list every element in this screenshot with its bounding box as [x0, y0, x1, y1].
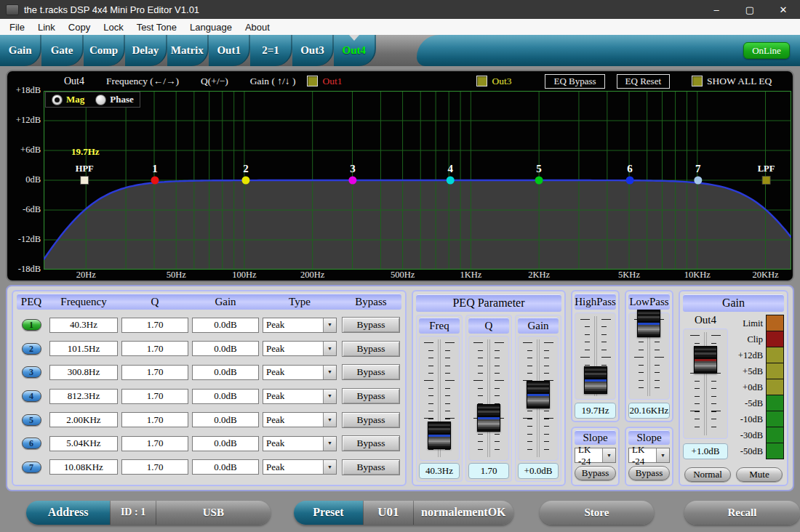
peq-gain-field[interactable]: 0.0dB	[192, 365, 259, 380]
dropdown-arrow-icon[interactable]: ▼	[323, 413, 336, 427]
peq-frequency-field[interactable]: 40.3Hz	[49, 318, 118, 333]
close-button[interactable]: ✕	[767, 0, 800, 19]
slider-handle[interactable]	[637, 310, 660, 337]
peq-q-field[interactable]: 1.70	[121, 412, 188, 427]
tab-matrix[interactable]: Matrix	[167, 35, 209, 66]
lowpass-bypass-button[interactable]: Bypass	[628, 466, 670, 480]
tab-out1[interactable]: Out1	[209, 35, 250, 66]
peq-frequency-field[interactable]: 300.8Hz	[49, 365, 118, 380]
menu-item-language[interactable]: Language	[183, 19, 239, 35]
dropdown-arrow-icon[interactable]: ▼	[323, 366, 336, 379]
peq-frequency-field[interactable]: 2.00KHz	[49, 412, 118, 427]
peq-bypass-button[interactable]: Bypass	[342, 317, 400, 333]
peq-type-select[interactable]: Peak▼	[263, 436, 337, 451]
dropdown-arrow-icon[interactable]: ▼	[323, 437, 336, 451]
peq-bypass-button[interactable]: Bypass	[342, 341, 400, 357]
eq-bypass-button[interactable]: EQ Bypass	[545, 74, 604, 89]
checkbox-icon[interactable]	[692, 76, 703, 86]
peq-gain-field[interactable]: 0.0dB	[192, 459, 259, 475]
dropdown-arrow-icon[interactable]: ▼	[602, 448, 615, 462]
highpass-bypass-button[interactable]: Bypass	[575, 466, 616, 480]
output-gain-slider[interactable]	[683, 329, 728, 439]
peq-type-select[interactable]: Peak▼	[263, 459, 337, 475]
peq-gain-field[interactable]: 0.0dB	[192, 436, 259, 451]
param-slider-area[interactable]	[419, 336, 460, 461]
peq-frequency-field[interactable]: 10.08KHz	[49, 459, 118, 475]
store-button[interactable]: Store	[540, 501, 654, 525]
peq-band-button-1[interactable]: 1	[22, 319, 41, 331]
peq-q-field[interactable]: 1.70	[121, 365, 188, 380]
peq-band-button-5[interactable]: 5	[22, 414, 41, 426]
address-button[interactable]: Address	[26, 501, 110, 525]
show-all-eq-checkbox[interactable]: SHOW ALL EQ	[692, 76, 772, 87]
peq-gain-field[interactable]: 0.0dB	[192, 318, 259, 333]
overlay-out1-checkbox[interactable]: Out1	[307, 76, 342, 87]
peq-bypass-button[interactable]: Bypass	[342, 412, 400, 428]
peq-type-select[interactable]: Peak▼	[263, 341, 337, 356]
peq-bypass-button[interactable]: Bypass	[342, 459, 400, 475]
tab-gate[interactable]: Gate	[41, 35, 83, 66]
gain-value[interactable]: +1.0dB	[683, 443, 728, 459]
peq-band-button-6[interactable]: 6	[22, 438, 41, 449]
checkbox-icon[interactable]	[307, 76, 318, 86]
param-slider-value[interactable]: 1.70	[468, 463, 509, 479]
menu-item-lock[interactable]: Lock	[97, 19, 129, 35]
mode-option-mag[interactable]: Mag	[52, 94, 84, 105]
normal-button[interactable]: Normal	[684, 467, 731, 482]
slider-handle[interactable]	[584, 366, 607, 394]
lowpass-slider[interactable]	[628, 313, 670, 400]
eq-marker-lpf[interactable]	[762, 177, 770, 185]
highpass-slope-select[interactable]: LK -24 ▼	[575, 448, 616, 463]
tab-delay[interactable]: Delay	[125, 35, 167, 66]
peq-gain-field[interactable]: 0.0dB	[192, 389, 259, 404]
peq-type-select[interactable]: Peak▼	[263, 318, 337, 333]
param-slider-area[interactable]	[518, 336, 559, 461]
param-slider-area[interactable]	[468, 336, 509, 461]
highpass-value[interactable]: 19.7Hz	[575, 403, 616, 419]
tab-gain[interactable]: Gain	[0, 35, 41, 66]
menu-item-test-tone[interactable]: Test Tone	[130, 19, 183, 35]
eq-marker-band-5[interactable]	[535, 177, 543, 185]
eq-marker-hpf[interactable]	[81, 177, 89, 185]
peq-bypass-button[interactable]: Bypass	[342, 435, 400, 451]
slider-handle[interactable]	[477, 404, 500, 432]
peq-band-button-7[interactable]: 7	[22, 462, 41, 473]
slider-handle[interactable]	[428, 422, 451, 449]
peq-q-field[interactable]: 1.70	[121, 389, 188, 404]
peq-type-select[interactable]: Peak▼	[263, 412, 337, 427]
param-slider-value[interactable]: +0.0dB	[518, 463, 559, 479]
peq-band-button-4[interactable]: 4	[22, 390, 41, 402]
eq-marker-band-2[interactable]	[241, 177, 249, 185]
highpass-slider[interactable]	[575, 313, 616, 400]
peq-q-field[interactable]: 1.70	[121, 318, 188, 333]
peq-bypass-button[interactable]: Bypass	[342, 388, 400, 404]
peq-type-select[interactable]: Peak▼	[263, 389, 337, 404]
dropdown-arrow-icon[interactable]: ▼	[656, 448, 669, 462]
slider-handle[interactable]	[527, 381, 550, 408]
lowpass-slope-select[interactable]: LK -24 ▼	[628, 448, 670, 463]
peq-band-button-3[interactable]: 3	[22, 366, 41, 378]
peq-q-field[interactable]: 1.70	[121, 459, 188, 475]
menu-item-link[interactable]: Link	[31, 19, 62, 35]
param-slider-value[interactable]: 40.3Hz	[419, 463, 460, 479]
peq-bypass-button[interactable]: Bypass	[342, 364, 400, 380]
peq-band-button-2[interactable]: 2	[22, 343, 41, 355]
checkbox-icon[interactable]	[476, 76, 487, 86]
peq-gain-field[interactable]: 0.0dB	[192, 412, 259, 427]
radio-icon[interactable]	[95, 94, 106, 105]
overlay-out3-checkbox[interactable]: Out3	[476, 76, 511, 87]
slider-handle[interactable]	[694, 346, 717, 374]
mode-option-phase[interactable]: Phase	[95, 94, 134, 105]
tab-2-1[interactable]: 2=1	[250, 35, 292, 66]
peq-frequency-field[interactable]: 101.5Hz	[49, 341, 118, 356]
peq-q-field[interactable]: 1.70	[121, 341, 188, 356]
peq-gain-field[interactable]: 0.0dB	[192, 341, 259, 356]
dropdown-arrow-icon[interactable]: ▼	[323, 318, 336, 332]
preset-button[interactable]: Preset	[294, 501, 363, 525]
menu-item-file[interactable]: File	[3, 19, 31, 35]
mute-button[interactable]: Mute	[736, 467, 783, 482]
usb-button[interactable]: USB	[156, 501, 271, 525]
eq-marker-band-6[interactable]	[626, 177, 634, 185]
peq-q-field[interactable]: 1.70	[121, 436, 188, 451]
menu-item-about[interactable]: About	[239, 19, 276, 35]
